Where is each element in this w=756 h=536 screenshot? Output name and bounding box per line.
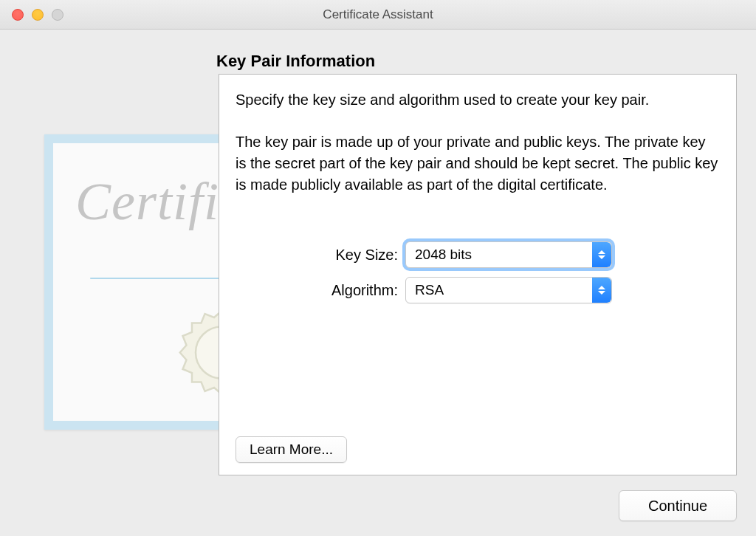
intro-text: Specify the key size and algorithm used …: [236, 89, 720, 111]
learn-more-button[interactable]: Learn More...: [236, 436, 347, 463]
continue-label: Continue: [648, 498, 707, 515]
window-body: Certificate Key Pair Information Specify…: [0, 30, 756, 536]
algorithm-label: Algorithm:: [236, 282, 405, 299]
content-panel: Specify the key size and algorithm used …: [219, 74, 737, 475]
updown-icon: [592, 242, 611, 267]
keysize-select[interactable]: 2048 bits: [405, 241, 612, 268]
algorithm-row: Algorithm: RSA: [236, 277, 720, 303]
window-title: Certificate Assistant: [0, 7, 756, 22]
continue-button[interactable]: Continue: [619, 490, 737, 521]
learn-more-label: Learn More...: [250, 441, 333, 458]
footer: Continue: [619, 490, 737, 521]
keysize-value: 2048 bits: [415, 247, 472, 263]
form-area: Key Size: 2048 bits Algorithm: RSA: [236, 241, 720, 303]
title-bar: Certificate Assistant: [0, 0, 756, 30]
detail-text: The key pair is made up of your private …: [236, 131, 720, 196]
algorithm-value: RSA: [415, 282, 444, 298]
page-heading: Key Pair Information: [216, 52, 375, 71]
keysize-row: Key Size: 2048 bits: [236, 241, 720, 268]
updown-icon: [592, 278, 611, 303]
algorithm-select[interactable]: RSA: [405, 277, 612, 303]
keysize-label: Key Size:: [236, 247, 405, 264]
